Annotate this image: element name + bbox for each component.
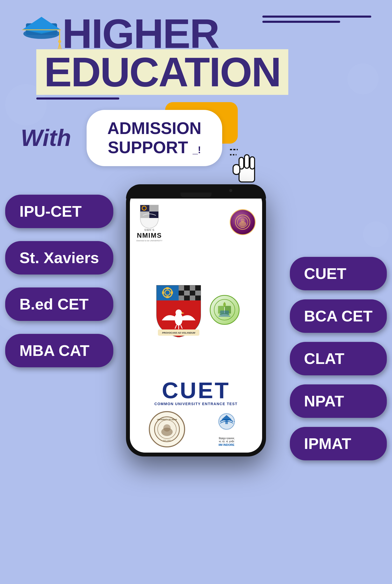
iim-text-block: विद्यामूल प्रकल्पम् भा. प्र. सं. इन्दौर … [219,437,234,446]
coat-of-arms: PROVOCANS AD VOLANDUM [153,282,205,338]
svg-rect-42 [184,295,190,300]
education-highlight-box: EDUCATION [36,49,288,95]
svg-rect-36 [195,285,201,291]
clat-label: CLAT [304,350,345,367]
education-row: EDUCATION [36,49,371,95]
agri-logo-svg [213,298,236,321]
du-logo-svg: UNIVERSITY OF DELHI EST. 1922 [153,415,181,444]
under-higher-line [36,97,119,100]
nmims-label: NMIMS [136,231,162,240]
agri-logo [210,295,240,325]
cuet-brand-text: CUET [155,379,238,402]
nmims-swkm: SWK'S [136,228,162,231]
cuet-label: CUET [304,265,346,282]
iim-logo-svg [212,412,241,436]
bca-cet-label: BCA CET [304,307,373,325]
svg-point-29 [241,218,245,222]
admission-support-text: ADMISSION SUPPORT _! [107,119,201,157]
st-xaviers-label: St. Xaviers [19,249,99,266]
iim-line3: IIM INDORE [219,443,234,446]
nmims-shield-svg [138,202,161,228]
pill-bca-cet[interactable]: BCA CET [290,299,387,333]
pill-ipmat[interactable]: IPMAT [290,427,387,460]
svg-rect-18 [244,155,249,168]
title-block: HIGHER [62,13,219,54]
svg-point-52 [176,309,182,316]
ipu-cet-label: IPU-CET [19,203,82,220]
svg-rect-59 [220,311,229,316]
bottom-decorative-bar [262,21,340,23]
phone-screen: SWK'S NMIMS Deemed to be UNIVERSITY [130,188,262,453]
phone-top-bar [126,184,266,199]
education-text: EDUCATION [44,49,281,95]
under-higher-bar [36,97,371,100]
screen-bottom-logos: UNIVERSITY OF DELHI EST. 1922 [134,411,258,447]
page-container: HIGHER EDUCATION With ADMISSION SUPPORT [0,0,392,584]
svg-rect-41 [179,295,184,300]
right-pill-group: CUET BCA CET CLAT NPAT IPMAT [290,257,387,460]
nmims-logo: SWK'S NMIMS Deemed to be UNIVERSITY [136,202,162,242]
svg-rect-49 [162,291,164,294]
phone-outer: SWK'S NMIMS Deemed to be UNIVERSITY [126,184,266,456]
svg-text:EST. 1922: EST. 1922 [163,440,171,441]
pill-clat[interactable]: CLAT [290,342,387,375]
svg-rect-44 [195,295,201,300]
with-admission-section: With ADMISSION SUPPORT _! [0,110,392,166]
svg-rect-60 [219,316,230,317]
admission-support-pill[interactable]: ADMISSION SUPPORT _! [87,110,222,166]
cuet-brand-sub: COMMON UNIVERSITY ENTRANCE TEST [155,402,238,406]
iim-line1: विद्यामूल प्रकल्पम् [219,437,234,440]
admission-area: ADMISSION SUPPORT _! [87,110,222,166]
coat-of-arms-svg: PROVOCANS AD VOLANDUM [153,282,205,337]
svg-text:UNIV: UNIV [241,227,245,228]
ipmat-label: IPMAT [304,435,351,452]
svg-point-64 [163,424,171,432]
svg-rect-19 [250,157,255,169]
nmims-text: SWK'S NMIMS Deemed to be UNIVERSITY [136,228,162,242]
nmims-sub: Deemed to be UNIVERSITY [136,240,162,242]
university-circle-logo: UNIV [230,209,256,235]
phone-notch [180,193,212,197]
pill-ipu-cet[interactable]: IPU-CET [5,195,113,228]
svg-text:PROVOCANS AD VOLANDUM: PROVOCANS AD VOLANDUM [162,332,195,334]
screen-row-logos-top: SWK'S NMIMS Deemed to be UNIVERSITY [134,202,258,242]
svg-rect-69 [225,421,228,424]
mba-cat-label: MBA CAT [19,342,89,359]
svg-rect-39 [190,291,195,295]
du-logo: UNIVERSITY OF DELHI EST. 1922 [149,411,185,447]
svg-rect-33 [179,285,184,291]
pill-mba-cat[interactable]: MBA CAT [5,334,113,367]
svg-rect-22 [149,205,158,212]
npat-label: NPAT [304,392,344,410]
pill-st-xaviers[interactable]: St. Xaviers [5,241,113,275]
iim-logo: विद्यामूल प्रकल्पम् भा. प्र. सं. इन्दौर … [210,411,243,447]
graduation-cap-icon [21,16,62,52]
phone-camera-dot [229,189,232,192]
screen-cuet-row: CUET COMMON UNIVERSITY ENTRANCE TEST [134,378,258,407]
pill-cuet[interactable]: CUET [290,257,387,290]
bed-cet-label: B.ed CET [19,295,89,313]
title-main-row: HIGHER [62,13,219,54]
svg-rect-34 [184,285,190,291]
decorative-lines [262,16,371,23]
svg-rect-35 [190,285,195,291]
svg-rect-20 [233,165,240,174]
svg-rect-48 [166,296,169,298]
svg-rect-38 [184,291,190,295]
svg-rect-43 [190,295,195,300]
svg-text:UNIVERSITY OF DELHI: UNIVERSITY OF DELHI [157,419,177,420]
svg-point-10 [58,40,61,43]
higher-text: HIGHER [62,13,219,54]
pill-npat[interactable]: NPAT [290,384,387,418]
pill-bed-cet[interactable]: B.ed CET [5,287,113,321]
screen-row-coa: PROVOCANS AD VOLANDUM [134,246,258,374]
svg-rect-47 [166,287,169,289]
svg-rect-40 [195,291,201,295]
svg-rect-50 [171,291,173,294]
with-text: With [21,125,71,151]
cursor-icon [227,144,264,187]
university-logo-inner: UNIV [234,213,252,231]
top-decorative-bar [262,16,371,18]
cuet-brand: CUET COMMON UNIVERSITY ENTRANCE TEST [155,379,238,406]
iim-line2: भा. प्र. सं. इन्दौर [219,440,234,443]
